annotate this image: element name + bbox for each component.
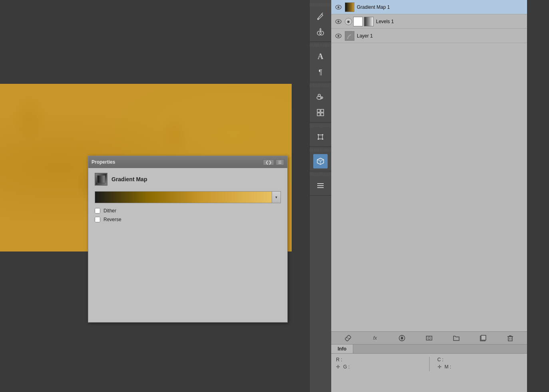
layer-icons-levels: ◉: [345, 17, 374, 26]
layers-bottom-toolbar: fx: [331, 331, 527, 344]
layer-name-gradient-map: Gradient Map 1: [357, 4, 524, 10]
info-m-row: ✛ M :: [438, 364, 523, 370]
svg-rect-8: [321, 109, 324, 112]
properties-body-lower: [88, 230, 287, 322]
svg-marker-17: [317, 158, 324, 161]
svg-point-25: [338, 20, 340, 22]
svg-rect-15: [322, 139, 323, 140]
layer-badge-circle: ◉: [345, 18, 352, 25]
gradient-picker-row: ▼: [95, 191, 281, 203]
info-c-row: C :: [438, 357, 523, 362]
svg-line-0: [322, 13, 323, 14]
layer-mask-thumbnail-levels: [353, 17, 363, 26]
reverse-checkbox[interactable]: [95, 217, 100, 222]
toolbar-group-5: [310, 147, 331, 171]
svg-point-1: [317, 18, 319, 20]
layers-list: Gradient Map 1 ◉ Levels: [331, 0, 527, 331]
info-m-label: M :: [445, 364, 453, 370]
layer-thumbnail-levels: [364, 17, 374, 26]
toolbar-group-4: [310, 123, 331, 147]
toolbar-group-6: [310, 171, 331, 196]
canvas-area: Properties ❮❯ ☰ Gradient Map ▼: [0, 0, 309, 392]
properties-expand-button[interactable]: ❮❯: [263, 159, 274, 165]
eye-icon-layer1[interactable]: [334, 32, 342, 40]
eye-icon-gradient-map[interactable]: [334, 3, 342, 11]
layer-name-levels: Levels 1: [376, 19, 524, 24]
right-toolbar: A ¶: [309, 0, 331, 392]
info-section-rgb: R : ✛ G :: [336, 357, 421, 371]
folder-button[interactable]: [451, 333, 462, 343]
svg-rect-14: [318, 139, 319, 140]
right-area: Gradient Map 1 ◉ Levels: [331, 0, 549, 392]
properties-panel: Properties ❮❯ ☰ Gradient Map ▼: [88, 156, 288, 323]
toolbar-group-2: A ¶: [310, 42, 331, 82]
3d-button[interactable]: [313, 154, 328, 168]
properties-menu-button[interactable]: ☰: [276, 159, 284, 165]
gradient-map-header: Gradient Map: [95, 173, 281, 186]
toolbar-handle-6[interactable]: [310, 173, 331, 176]
new-layer-button[interactable]: [477, 333, 489, 343]
gradient-picker[interactable]: [95, 191, 272, 203]
layer-row[interactable]: Layer 1: [331, 29, 527, 43]
info-c-label: C :: [438, 357, 446, 362]
svg-rect-34: [481, 335, 486, 340]
link-button[interactable]: [342, 333, 354, 343]
info-r-row: R :: [336, 357, 421, 362]
main-layout: Properties ❮❯ ☰ Gradient Map ▼: [0, 0, 549, 392]
info-panel: Info R : ✛ G : C: [331, 344, 527, 392]
reverse-label: Reverse: [103, 217, 121, 222]
color-button[interactable]: [313, 89, 328, 104]
layer-thumbnail-layer1: [345, 31, 354, 41]
dither-label: Dither: [103, 208, 116, 214]
info-tab[interactable]: Info: [331, 344, 353, 353]
info-content: R : ✛ G : C : ✛ M :: [331, 354, 527, 374]
info-section-cmyk: C : ✛ M :: [438, 357, 523, 371]
new-adjustment-button[interactable]: [396, 333, 408, 343]
mask-button[interactable]: [424, 333, 435, 343]
toolbar-group-1: [310, 2, 331, 42]
svg-point-32: [428, 337, 430, 339]
toolbar-handle-1[interactable]: [310, 3, 331, 6]
paragraph-button[interactable]: ¶: [313, 65, 328, 79]
properties-header: Properties ❮❯ ☰: [88, 156, 287, 168]
eye-icon-levels[interactable]: [334, 18, 342, 26]
toolbar-handle-3[interactable]: [310, 84, 331, 87]
right-panels: Gradient Map 1 ◉ Levels: [331, 0, 527, 392]
info-r-label: R :: [336, 357, 344, 362]
dither-row: Dither: [95, 208, 281, 214]
svg-point-27: [338, 35, 340, 37]
reverse-row: Reverse: [95, 217, 281, 222]
gradient-map-icon: [95, 173, 107, 186]
toolbar-handle-2[interactable]: [310, 44, 331, 47]
info-crosshair-row: ✛ G :: [336, 364, 421, 370]
properties-body: Gradient Map ▼ Dither Reverse: [88, 168, 287, 230]
svg-rect-7: [317, 109, 320, 112]
svg-rect-13: [322, 134, 323, 135]
svg-rect-10: [321, 113, 324, 116]
svg-rect-12: [318, 134, 319, 135]
layer-row[interactable]: ◉ Levels 1: [331, 14, 527, 29]
brush-button[interactable]: [313, 9, 328, 23]
info-separator: [429, 357, 430, 371]
layer-thumbnail-gradient-map: [345, 2, 354, 12]
layer-row[interactable]: Gradient Map 1: [331, 0, 527, 14]
timeline-button[interactable]: [313, 178, 328, 193]
gradient-dropdown-button[interactable]: ▼: [272, 191, 281, 203]
svg-rect-11: [318, 135, 322, 139]
grid-button[interactable]: [313, 105, 328, 120]
dither-checkbox[interactable]: [95, 208, 100, 214]
gradient-map-icon-inner: [97, 175, 105, 183]
svg-point-23: [338, 6, 340, 8]
delete-button[interactable]: [505, 333, 516, 343]
properties-header-controls: ❮❯ ☰: [263, 159, 284, 165]
info-g-label: G :: [343, 364, 351, 370]
properties-panel-title: Properties: [92, 159, 115, 165]
svg-rect-9: [317, 113, 320, 116]
mixer-button[interactable]: [313, 25, 328, 39]
transform-button[interactable]: [313, 130, 328, 144]
toolbar-handle-5[interactable]: [310, 148, 331, 152]
toolbar-handle-4[interactable]: [310, 124, 331, 127]
text-button[interactable]: A: [313, 49, 328, 63]
gradient-map-panel-title: Gradient Map: [111, 176, 147, 182]
fx-button[interactable]: fx: [370, 333, 381, 343]
